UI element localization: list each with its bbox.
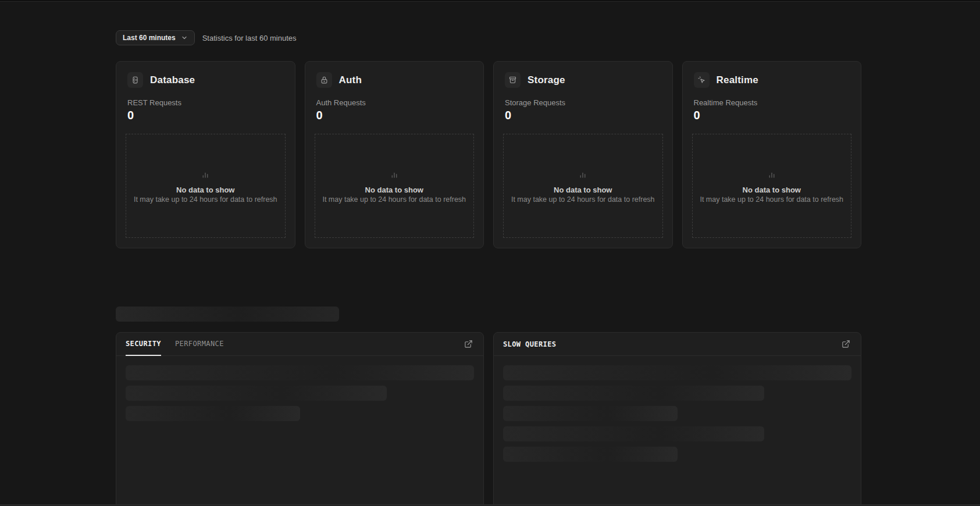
bar-chart-icon (578, 169, 588, 181)
empty-title: No data to show (176, 186, 234, 194)
panel-header: SECURITY PERFORMANCE (116, 333, 483, 356)
panel-header: SLOW QUERIES (494, 333, 861, 356)
skeleton-row (126, 386, 387, 401)
report-tabs: SECURITY PERFORMANCE (126, 333, 224, 355)
card-header: Storage (503, 72, 663, 88)
tab-security[interactable]: SECURITY (126, 333, 161, 356)
external-link-icon[interactable] (463, 338, 474, 350)
metric-value: 0 (692, 109, 852, 122)
database-icon (127, 72, 143, 88)
metric-label: Auth Requests (315, 98, 475, 107)
metric-label: Storage Requests (503, 98, 663, 107)
empty-chart-placeholder: No data to show It may take up to 24 hou… (503, 134, 663, 238)
bar-chart-icon (200, 169, 211, 181)
bar-chart-icon (767, 169, 777, 181)
archive-icon (505, 72, 521, 88)
stat-card-database: Database REST Requests 0 No data to show… (116, 61, 295, 248)
stat-card-realtime: Realtime Realtime Requests 0 No data to … (682, 61, 862, 248)
cursor-click-icon (694, 72, 710, 88)
skeleton-row (126, 365, 474, 380)
skeleton-row (503, 386, 764, 401)
empty-subtitle: It may take up to 24 hours for data to r… (134, 195, 277, 204)
card-header: Database (126, 72, 286, 88)
lock-icon (316, 72, 332, 88)
stat-cards-row: Database REST Requests 0 No data to show… (116, 61, 861, 248)
metric-label: REST Requests (126, 98, 286, 107)
skeleton-row (503, 406, 678, 421)
metric-value: 0 (126, 109, 286, 122)
metric-value: 0 (315, 109, 475, 122)
card-title: Database (150, 74, 195, 86)
time-range-selector[interactable]: Last 60 minutes (116, 30, 195, 45)
time-range-label: Last 60 minutes (123, 34, 176, 42)
metric-label: Realtime Requests (692, 98, 852, 107)
card-title: Realtime (717, 74, 758, 86)
skeleton-row (503, 365, 851, 380)
empty-title: No data to show (743, 186, 801, 194)
stat-card-storage: Storage Storage Requests 0 No data to sh… (493, 61, 673, 248)
bar-chart-icon (389, 169, 400, 181)
statistics-toolbar: Last 60 minutes Statistics for last 60 m… (116, 30, 861, 45)
skeleton-row (503, 447, 678, 462)
slow-queries-panel: SLOW QUERIES (493, 332, 861, 506)
panel-title: SLOW QUERIES (503, 333, 557, 355)
empty-chart-placeholder: No data to show It may take up to 24 hou… (315, 134, 475, 238)
dashboard-content: Last 60 minutes Statistics for last 60 m… (116, 30, 861, 506)
statistics-caption: Statistics for last 60 minutes (202, 34, 297, 42)
stat-card-auth: Auth Auth Requests 0 No data to show It … (305, 61, 484, 248)
header-bottom-border (0, 0, 980, 2)
card-header: Auth (315, 72, 475, 88)
security-performance-panel: SECURITY PERFORMANCE (116, 332, 484, 506)
card-title: Storage (528, 74, 565, 86)
empty-subtitle: It may take up to 24 hours for data to r… (700, 195, 843, 204)
empty-title: No data to show (365, 186, 423, 194)
skeleton-row (503, 426, 764, 441)
tab-performance[interactable]: PERFORMANCE (175, 333, 224, 356)
empty-chart-placeholder: No data to show It may take up to 24 hou… (126, 134, 286, 238)
security-skeleton-list (116, 356, 483, 436)
chevron-down-icon (181, 34, 188, 41)
empty-subtitle: It may take up to 24 hours for data to r… (511, 195, 655, 204)
report-panels-row: SECURITY PERFORMANCE SLOW QUERIES (116, 332, 861, 506)
loading-placeholder-bar (116, 307, 339, 322)
external-link-icon[interactable] (840, 338, 851, 350)
metric-value: 0 (503, 109, 663, 122)
slow-queries-skeleton-list (494, 356, 861, 476)
empty-title: No data to show (554, 186, 612, 194)
card-title: Auth (339, 74, 362, 86)
empty-subtitle: It may take up to 24 hours for data to r… (322, 195, 466, 204)
empty-chart-placeholder: No data to show It may take up to 24 hou… (692, 134, 852, 238)
card-header: Realtime (692, 72, 852, 88)
skeleton-row (126, 406, 300, 421)
